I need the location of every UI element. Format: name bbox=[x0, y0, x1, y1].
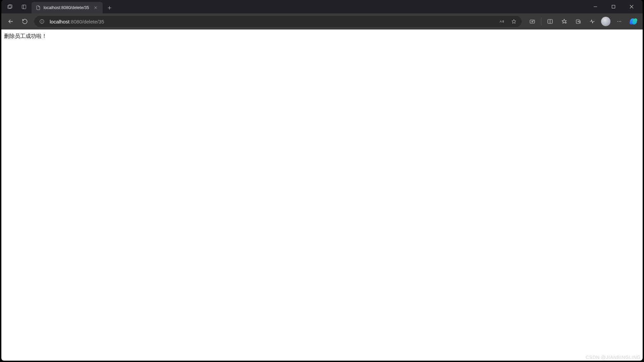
svg-point-20 bbox=[533, 20, 534, 21]
svg-text:A: A bbox=[500, 20, 502, 23]
toolbar: localhost:8080/delete/35 A bbox=[1, 13, 643, 29]
browser-window: localhost:8080/delete/35 bbox=[1, 0, 643, 361]
svg-point-32 bbox=[620, 21, 621, 22]
toolbar-right bbox=[524, 15, 640, 28]
more-menu-button[interactable] bbox=[612, 15, 626, 28]
url-text: localhost:8080/delete/35 bbox=[50, 19, 494, 24]
window-controls bbox=[586, 0, 641, 13]
page-viewport[interactable]: 删除员工成功啦！ bbox=[1, 29, 643, 361]
split-screen-icon[interactable] bbox=[543, 15, 557, 28]
site-info-icon[interactable] bbox=[38, 17, 46, 26]
back-button[interactable] bbox=[4, 15, 17, 28]
tab-close-button[interactable] bbox=[92, 4, 99, 11]
svg-rect-18 bbox=[530, 20, 535, 23]
svg-rect-9 bbox=[612, 5, 615, 8]
active-tab[interactable]: localhost:8080/delete/35 bbox=[32, 2, 103, 13]
new-tab-button[interactable] bbox=[104, 2, 115, 13]
minimize-button[interactable] bbox=[586, 0, 604, 13]
maximize-button[interactable] bbox=[604, 0, 623, 13]
svg-point-19 bbox=[532, 21, 533, 22]
workspaces-button[interactable] bbox=[17, 0, 30, 13]
refresh-button[interactable] bbox=[18, 15, 32, 28]
close-window-button[interactable] bbox=[623, 0, 641, 13]
url-host: localhost bbox=[50, 19, 69, 24]
svg-marker-23 bbox=[562, 19, 567, 23]
profile-avatar[interactable] bbox=[601, 17, 610, 26]
svg-point-31 bbox=[619, 21, 620, 22]
watermark: CSDN @JIANBINGLING bbox=[586, 355, 641, 360]
favorite-star-icon[interactable] bbox=[509, 17, 518, 26]
tab-title: localhost:8080/delete/35 bbox=[44, 5, 89, 10]
screenshot-icon[interactable] bbox=[526, 15, 539, 28]
toolbar-divider bbox=[541, 18, 541, 25]
url-path: :8080/delete/35 bbox=[69, 19, 104, 24]
svg-rect-2 bbox=[22, 5, 25, 8]
favorites-icon[interactable] bbox=[557, 15, 571, 28]
copilot-icon bbox=[630, 18, 637, 25]
success-message: 删除员工成功啦！ bbox=[4, 33, 47, 39]
page-body: 删除员工成功啦！ bbox=[1, 29, 643, 43]
performance-icon[interactable] bbox=[586, 15, 599, 28]
titlebar: localhost:8080/delete/35 bbox=[1, 0, 643, 13]
read-aloud-icon[interactable]: A bbox=[497, 17, 506, 26]
svg-point-30 bbox=[617, 21, 618, 22]
tab-actions-button[interactable] bbox=[3, 0, 16, 13]
svg-marker-17 bbox=[512, 19, 516, 23]
address-bar[interactable]: localhost:8080/delete/35 A bbox=[34, 16, 522, 27]
page-icon bbox=[36, 5, 41, 10]
copilot-button[interactable] bbox=[627, 15, 640, 28]
collections-icon[interactable] bbox=[572, 15, 585, 28]
